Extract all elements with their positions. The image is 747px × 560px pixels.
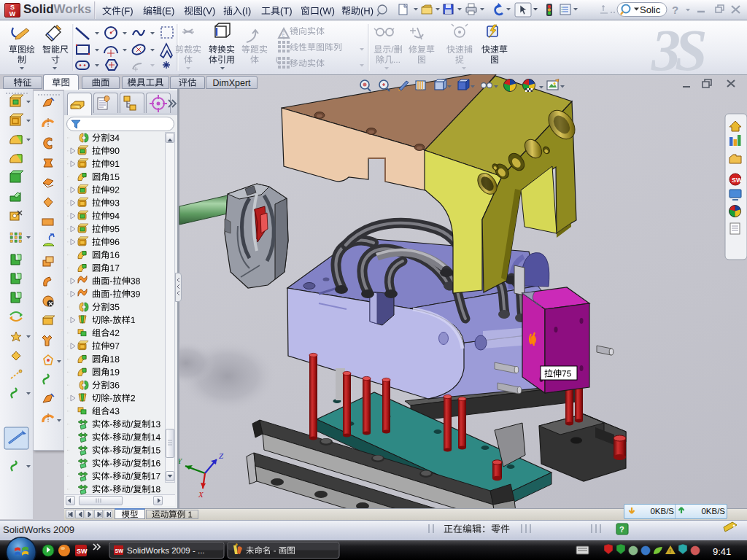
svg-text:9:41: 9:41 — [713, 546, 731, 557]
svg-text:SW: SW — [77, 548, 88, 555]
svg-text:SolidWorks 2009 - ...: SolidWorks 2009 - ... — [127, 546, 205, 555]
svg-text:!: ! — [670, 548, 671, 554]
svg-text:SW: SW — [115, 548, 124, 553]
